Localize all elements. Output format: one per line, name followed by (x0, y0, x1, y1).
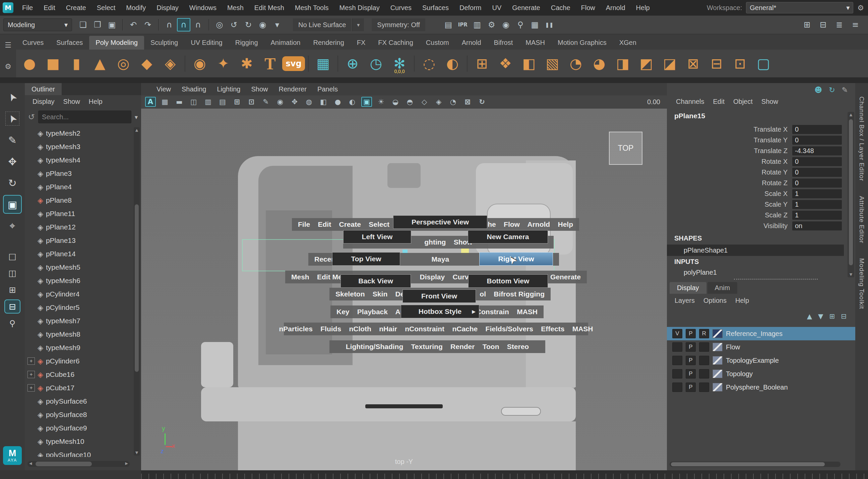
sweep-mesh-icon[interactable]: ▦ (312, 53, 334, 74)
channel-attribute-row[interactable]: Rotate X 0 (667, 156, 844, 167)
menu-set-select[interactable]: Modeling ▾ (3, 19, 72, 31)
combine-icon[interactable]: ⊞ (471, 53, 493, 74)
helix-icon[interactable]: ✱ (236, 53, 257, 74)
scrollbar-thumb[interactable] (135, 204, 139, 372)
shelf-tab[interactable]: Poly Modeling (89, 36, 144, 50)
layer-editor-menu-item[interactable]: Help (731, 297, 753, 305)
layer-name[interactable]: Reference_Images (726, 330, 782, 338)
time-slider[interactable] (141, 470, 868, 479)
shelf-separator[interactable] (412, 53, 416, 74)
menu-item[interactable]: Cache (546, 0, 576, 15)
expand-toggle[interactable] (28, 223, 35, 231)
channelbox-vertical-scrollbar[interactable]: ▲ ▼ (847, 112, 854, 277)
outliner-row[interactable]: ◈ polySurface8 (25, 408, 132, 421)
rotate-tool-icon[interactable]: ↻ (4, 174, 21, 192)
shelf-separator[interactable] (465, 53, 469, 74)
expand-toggle[interactable] (28, 317, 35, 325)
layer-reference-toggle[interactable] (699, 383, 709, 392)
menu-item[interactable]: Display (151, 0, 184, 15)
marking-menu-item[interactable]: Back View (341, 274, 411, 288)
shelf-gear-icon[interactable]: ⚙ (5, 62, 11, 71)
mirror-geometry-icon[interactable]: ◧ (518, 53, 539, 74)
expand-toggle[interactable] (28, 143, 35, 150)
expand-toggle[interactable]: + (28, 371, 35, 378)
pause-icon[interactable]: ❚❚ (542, 18, 556, 31)
sort-layout-icon[interactable]: ⊟ (816, 18, 830, 31)
ipr-render-icon[interactable]: IPR (456, 18, 469, 31)
smooth-mesh-icon[interactable]: ◐ (442, 53, 463, 74)
channel-attribute-row[interactable]: Scale Y 1 (667, 199, 844, 210)
expand-toggle[interactable] (28, 277, 35, 284)
operations-dropdown-icon[interactable]: ▾ (271, 18, 284, 31)
outliner-row[interactable]: ◈ pPlane12 (25, 220, 132, 234)
target-weld-icon[interactable]: ◕ (589, 53, 610, 74)
separate-icon[interactable]: ❖ (495, 53, 516, 74)
bridge-icon[interactable]: ⊟ (706, 53, 727, 74)
outliner-row[interactable]: + ◈ pCube17 (25, 381, 132, 394)
expand-toggle[interactable] (28, 264, 35, 271)
shelf-tab[interactable]: Curves (16, 36, 50, 50)
menu-item[interactable]: Create (61, 0, 92, 15)
layer-row[interactable]: P TopologyExample (667, 354, 855, 367)
sidebar-tab[interactable]: Channel Box / Layer Editor (858, 96, 865, 181)
shape-node-row[interactable]: pPlaneShape1 (667, 245, 844, 256)
center-pivot-icon[interactable]: ⊕ (342, 53, 363, 74)
save-scene-icon[interactable]: ▣ (105, 18, 119, 31)
layer-color-swatch[interactable] (713, 329, 722, 338)
outliner-row[interactable]: + ◈ pCylinder6 (25, 354, 132, 368)
construction-history-icon[interactable]: ↺ (227, 18, 241, 31)
make-live-icon[interactable]: ◎ (213, 18, 226, 31)
platonic-solid-icon[interactable]: ◉ (189, 53, 211, 74)
super-shape-icon[interactable]: ✦ (213, 53, 234, 74)
paint-select-tool-icon[interactable]: ✎ (4, 131, 21, 149)
channelbox-menu-item[interactable]: Object (729, 98, 757, 105)
shelf-tab[interactable]: FX Caching (372, 36, 420, 50)
outliner-row[interactable]: ◈ pCylinder5 (25, 301, 132, 314)
layer-editor-menu-item[interactable]: Layers (670, 297, 699, 305)
marking-menu-item[interactable]: Top View (332, 252, 400, 266)
menu-item[interactable]: Edit (38, 0, 60, 15)
input-node-row[interactable]: polyPlane1 (684, 269, 717, 276)
layer-name[interactable]: TopologyExample (726, 357, 779, 364)
single-pane-layout-icon[interactable]: □ (5, 250, 20, 263)
expand-toggle[interactable] (28, 290, 35, 298)
layer-playback-toggle[interactable]: P (686, 369, 696, 379)
live-surface-reference-icon[interactable]: ▢ (753, 53, 774, 74)
expand-toggle[interactable] (28, 397, 35, 405)
account-icon[interactable]: ☻ (814, 86, 822, 94)
attribute-value-field[interactable]: 0 (792, 125, 842, 134)
outliner-row[interactable]: ◈ pPlane3 (25, 167, 132, 180)
hypershade-icon[interactable]: ⚲ (514, 18, 527, 31)
sidebar-tab[interactable]: Attribute Editor (858, 196, 865, 244)
expand-toggle[interactable] (28, 330, 35, 338)
outliner-menu-item[interactable]: Display (28, 98, 59, 105)
shelf-tab[interactable]: Rendering (307, 36, 350, 50)
boolean-difference-icon[interactable]: ◩ (636, 53, 657, 74)
outliner-vertical-scrollbar[interactable]: ▲ ▼ (134, 127, 140, 455)
redo-icon[interactable]: ↷ (141, 18, 155, 31)
scroll-up-icon[interactable]: ▲ (134, 128, 140, 132)
layer-reference-toggle[interactable]: R (699, 329, 709, 338)
scroll-up-icon[interactable]: ▲ (847, 113, 854, 117)
channel-attribute-row[interactable]: Visibility on (667, 220, 844, 231)
polygon-cone-icon[interactable]: ▲ (89, 53, 111, 74)
live-surface-dropdown-icon[interactable]: ▾ (352, 19, 364, 31)
outliner-horizontal-scrollbar[interactable]: ◀ ▶ (28, 461, 130, 467)
polygon-torus-icon[interactable]: ◎ (113, 53, 134, 74)
layer-reference-toggle[interactable] (699, 356, 709, 365)
channel-attribute-row[interactable]: Rotate Z 0 (667, 178, 844, 188)
outliner-menu-item[interactable]: Show (59, 98, 85, 105)
layer-editor-tab[interactable]: Anim (708, 282, 738, 294)
move-layer-down-icon[interactable]: ▼ (818, 312, 823, 320)
gear-icon[interactable]: ⚙ (857, 4, 864, 12)
multi-cut-icon[interactable]: ◔ (565, 53, 587, 74)
shelf-tab[interactable]: Arnold (456, 36, 488, 50)
shelf-tab[interactable]: Rigging (229, 36, 265, 50)
attribute-value-field[interactable]: -4.348 (792, 147, 842, 155)
sync-status-icon[interactable]: ↻ (829, 86, 835, 94)
toolbar-separator[interactable] (155, 18, 161, 31)
shelf-tab[interactable]: Motion Graphics (551, 36, 613, 50)
open-scene-icon[interactable]: ❐ (91, 18, 104, 31)
quad-draw-icon[interactable]: ▧ (541, 53, 563, 74)
attribute-value-field[interactable]: 1 (792, 211, 842, 220)
